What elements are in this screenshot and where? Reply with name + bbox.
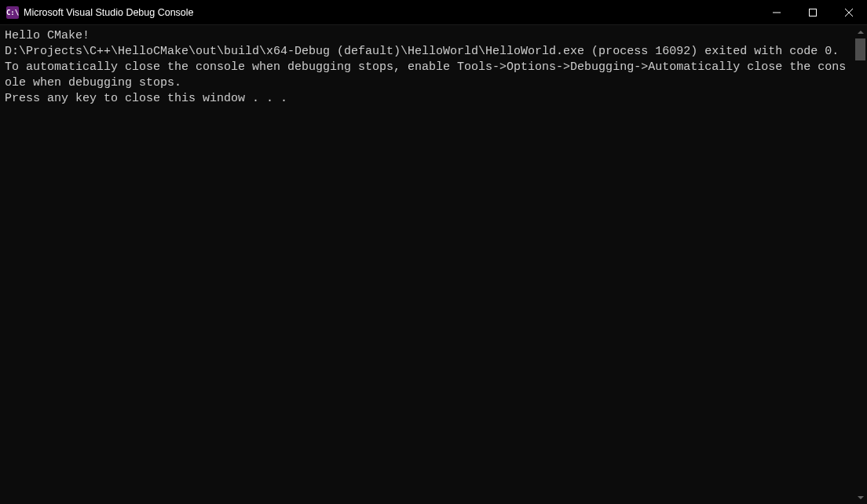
minimize-icon xyxy=(773,9,781,16)
svg-marker-5 xyxy=(858,496,864,499)
svg-rect-1 xyxy=(810,9,817,16)
console-line: Hello CMake! xyxy=(5,28,849,44)
console-output[interactable]: Hello CMake!D:\Projects\C++\HelloCMake\o… xyxy=(0,25,854,504)
window-titlebar: C:\ Microsoft Visual Studio Debug Consol… xyxy=(0,0,867,25)
scroll-track[interactable] xyxy=(854,38,867,491)
window-controls xyxy=(759,0,867,24)
close-icon xyxy=(845,9,853,16)
scroll-thumb[interactable] xyxy=(855,38,865,60)
minimize-button[interactable] xyxy=(759,0,795,24)
maximize-icon xyxy=(809,9,817,16)
scroll-down-arrow-icon[interactable] xyxy=(854,491,867,504)
console-line: D:\Projects\C++\HelloCMake\out\build\x64… xyxy=(5,44,849,60)
console-line: To automatically close the console when … xyxy=(5,60,849,91)
app-icon-label: C:\ xyxy=(6,9,19,16)
console-line: Press any key to close this window . . . xyxy=(5,91,849,107)
scroll-up-arrow-icon[interactable] xyxy=(854,25,867,38)
close-button[interactable] xyxy=(831,0,867,24)
svg-marker-4 xyxy=(858,31,864,34)
maximize-button[interactable] xyxy=(795,0,831,24)
window-title: Microsoft Visual Studio Debug Console xyxy=(24,7,759,18)
app-icon: C:\ xyxy=(6,6,19,19)
console-area: Hello CMake!D:\Projects\C++\HelloCMake\o… xyxy=(0,25,867,504)
vertical-scrollbar[interactable] xyxy=(854,25,867,504)
